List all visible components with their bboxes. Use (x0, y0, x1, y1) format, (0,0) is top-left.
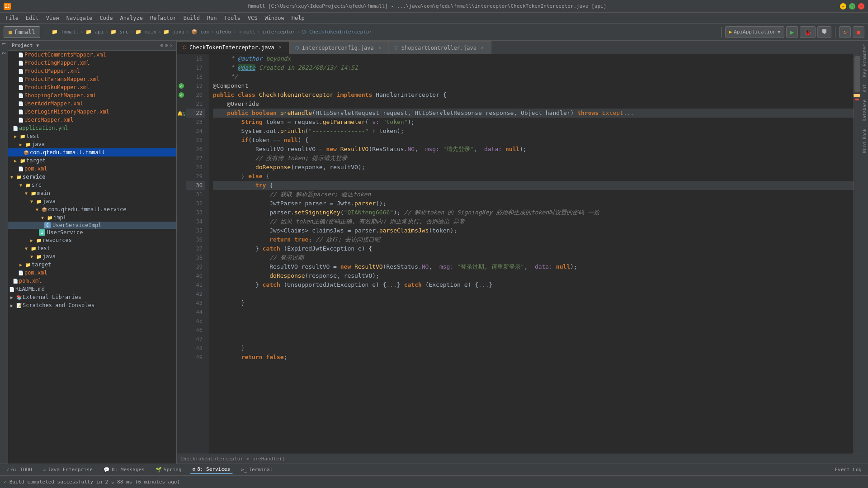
tree-folder-resources[interactable]: ▶ 📁 resources (8, 236, 176, 244)
bottom-tab-java-enterprise[interactable]: ☕ Java Enterprise (40, 466, 95, 474)
tab-shopcart[interactable]: ⬡ ShopcartController.java × (389, 41, 491, 54)
tree-folder-src[interactable]: ▼ 📁 src (8, 181, 176, 189)
menu-code[interactable]: Code (96, 14, 117, 22)
bc-interceptor[interactable]: interceptor (262, 29, 295, 35)
tree-item[interactable]: 📄 UserLoginHistoryMapper.xml (8, 108, 176, 116)
sidebar-gear-icon[interactable]: ⚙ (160, 43, 163, 48)
left-icon-bar: 1 2 (0, 41, 8, 464)
tree-interface-userservice[interactable]: I UserService (8, 229, 176, 236)
menu-refactor[interactable]: Refactor (146, 14, 180, 22)
tab-close-btn[interactable]: × (277, 44, 283, 51)
tree-folder-java[interactable]: ▶ 📁 java (8, 140, 176, 148)
menu-vcs[interactable]: VCS (244, 14, 261, 22)
debug-button[interactable]: 🐞 (800, 26, 816, 38)
tree-folder-java2[interactable]: ▼ 📁 java (8, 197, 176, 205)
tree-item[interactable]: 📄 ProductImgMapper.xml (8, 59, 176, 67)
right-tab-ant[interactable]: Ant (861, 82, 867, 94)
code-line-39: ResultVO resultVO = new ResultVO(ResStat… (213, 262, 854, 271)
tree-pom3[interactable]: 📄 pom.xml (8, 277, 176, 285)
class-icon: C (44, 222, 51, 228)
tree-item[interactable]: 📄 UserAddrMapper.xml (8, 99, 176, 108)
menu-window[interactable]: Window (261, 14, 288, 22)
scrollbar-track[interactable] (854, 54, 860, 454)
toolbar-project-btn[interactable]: ■ fmmall (4, 26, 40, 38)
close-button[interactable]: × (858, 3, 864, 9)
bc-java[interactable]: 📁 java (163, 29, 184, 35)
bc-main[interactable]: 📁 main (135, 29, 156, 35)
tree-folder-service[interactable]: ▼ 📁 service (8, 173, 176, 181)
tab-interceptor-config[interactable]: ⬡ InterceptorConfig.java × (289, 41, 389, 54)
tree-readme[interactable]: 📄 README.md (8, 285, 176, 293)
tree-item[interactable]: 📄 ProductMapper.xml (8, 67, 176, 75)
stop-button[interactable]: ■ (853, 26, 864, 38)
tab-icon: ⬡ (295, 45, 299, 50)
tree-item[interactable]: 📄 ProductSkuMapper.xml (8, 83, 176, 91)
bc-fmmall[interactable]: 📁 fmmall (52, 29, 79, 35)
bottom-tab-messages[interactable]: 💬 0: Messages (101, 466, 147, 474)
bc-fmmall2[interactable]: fmmall (237, 29, 255, 35)
code-content[interactable]: * @author beyondx * @date Created in 202… (209, 54, 854, 454)
tree-class-userserviceimpl[interactable]: C UserServiceImpl (8, 222, 176, 229)
right-tab-key-promoter[interactable]: Key Promoter (861, 43, 867, 79)
tab-label: CheckTokenInterceptor.java (189, 44, 274, 51)
bc-com[interactable]: 📦 com (191, 29, 210, 35)
tree-pom-xml[interactable]: 📄 pom.xml (8, 165, 176, 173)
menu-file[interactable]: File (2, 14, 22, 22)
bottom-tab-todo[interactable]: ✓ 6: TODO (4, 466, 35, 474)
tree-folder-main[interactable]: ▼ 📁 main (8, 189, 176, 197)
menu-view[interactable]: View (42, 14, 63, 22)
project-icon[interactable]: 1 (2, 43, 6, 45)
bottom-tab-spring[interactable]: 🌱 Spring (153, 466, 184, 474)
menu-build[interactable]: Build (180, 14, 203, 22)
window-controls[interactable]: − □ × (840, 3, 864, 9)
sidebar-close-icon[interactable]: × (170, 43, 173, 48)
menu-analyze[interactable]: Analyze (116, 14, 146, 22)
right-tab-database[interactable]: Database (861, 98, 867, 123)
bottom-tab-event-log[interactable]: Event Log (832, 466, 864, 474)
tree-item[interactable]: 📄 UsersMapper.xml (8, 116, 176, 124)
bc-qfedu[interactable]: qfedu (216, 29, 231, 35)
code-editor[interactable]: ✓ ✓ 🔔 @ 16 17 18 19 20 21 22 (177, 54, 860, 454)
bc-src[interactable]: 📁 src (110, 29, 129, 35)
tree-item[interactable]: 📄 application.yml (8, 124, 176, 132)
maximize-button[interactable]: □ (849, 3, 855, 9)
tab-close-btn[interactable]: × (377, 45, 383, 51)
minimize-button[interactable]: − (840, 3, 846, 9)
bottom-tab-services[interactable]: ⚙ 8: Services (190, 465, 233, 474)
tree-folder-java3[interactable]: ▼ 📁 java (8, 252, 176, 261)
menu-edit[interactable]: Edit (22, 14, 42, 22)
lib-icon: 📚 (15, 294, 23, 301)
tab-check-token[interactable]: ⬡ CheckTokenInterceptor.java × (177, 41, 289, 54)
scrollbar-thumb[interactable] (854, 56, 860, 92)
tree-external-libs[interactable]: ▶ 📚 External Libraries (8, 293, 176, 301)
package-icon: 📦 (23, 149, 30, 156)
tree-folder-impl[interactable]: ▼ 📁 impl (8, 213, 176, 222)
tree-pom2[interactable]: 📄 pom.xml (8, 269, 176, 277)
tree-folder-target[interactable]: ▶ 📁 target (8, 156, 176, 165)
run-button[interactable]: ▶ (786, 26, 798, 38)
tree-package-service[interactable]: ▼ 📦 com.qfedu.fmmall.service (8, 205, 176, 213)
xml-icon: 📄 (17, 51, 24, 58)
run-config-dropdown[interactable]: ▶ ApiApplication ▼ (725, 26, 784, 38)
menu-run[interactable]: Run (203, 14, 221, 22)
tree-folder-test2[interactable]: ▼ 📁 test (8, 244, 176, 252)
tab-close-btn[interactable]: × (479, 45, 486, 51)
code-line-41: } catch (UnsupportedJwtException e) {...… (213, 280, 854, 289)
menu-tools[interactable]: Tools (221, 14, 244, 22)
tree-item[interactable]: 📄 ProductParamsMapper.xml (8, 75, 176, 83)
bc-api[interactable]: 📁 api (85, 29, 104, 35)
tree-folder-target2[interactable]: ▶ 📁 target (8, 261, 176, 269)
structure-icon[interactable]: 2 (2, 52, 6, 54)
menu-navigate[interactable]: Navigate (63, 14, 96, 22)
tree-item[interactable]: 📄 ShoppingCartMapper.xml (8, 91, 176, 99)
sidebar-settings-icon[interactable]: ⚙ (165, 43, 168, 48)
right-tab-word-book[interactable]: Word Book (861, 127, 867, 155)
tree-scratches[interactable]: ▶ 📝 Scratches and Consoles (8, 301, 176, 309)
update-button[interactable]: ↻ (839, 26, 851, 38)
bottom-tab-terminal[interactable]: >_ Terminal (238, 466, 275, 474)
menu-help[interactable]: Help (288, 14, 308, 22)
tree-package-selected[interactable]: 📦 com.qfedu.fmmall.fmmall (8, 148, 176, 156)
tree-folder-test[interactable]: ▶ 📁 test (8, 132, 176, 140)
coverage-button[interactable]: ⛊ (817, 26, 831, 38)
tree-item[interactable]: 📄 ProductCommentsMapper.xml (8, 51, 176, 59)
